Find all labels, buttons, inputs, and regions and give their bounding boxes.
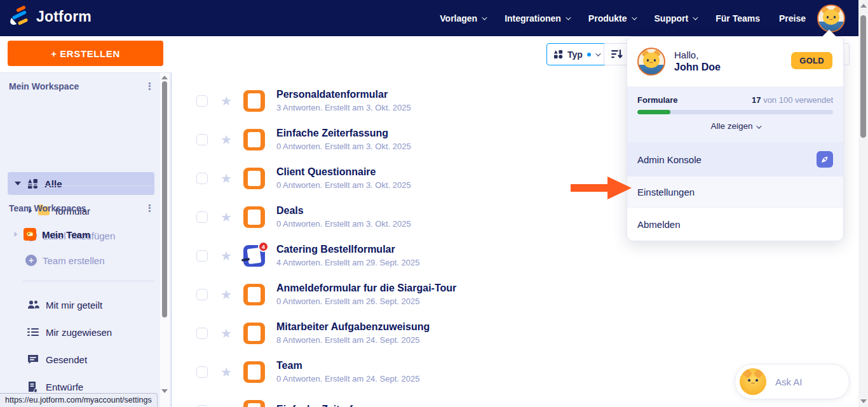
notification-badge: 4 bbox=[258, 241, 269, 252]
brand-name: Jotform bbox=[36, 8, 92, 25]
filter-active-dot bbox=[587, 53, 591, 57]
form-icon bbox=[243, 90, 265, 112]
type-filter-button[interactable]: Typ bbox=[546, 43, 606, 65]
caret-down-icon bbox=[15, 182, 21, 185]
sent-chat-icon bbox=[27, 354, 39, 364]
sort-button[interactable] bbox=[604, 43, 630, 65]
create-button[interactable]: + ERSTELLEN bbox=[8, 41, 163, 66]
sidebar-item-mein-team[interactable]: Mein Team bbox=[14, 224, 90, 245]
kebab-menu-icon[interactable]: ⋮ bbox=[145, 82, 154, 91]
pointer-arrow bbox=[571, 175, 632, 201]
form-title: Anmeldeformular fur die Siargai-Tour bbox=[276, 283, 456, 294]
form-row[interactable]: ★ 4 Catering Bestellformular4 Antworten.… bbox=[196, 236, 858, 275]
kebab-menu-icon[interactable]: ⋮ bbox=[145, 204, 154, 213]
star-icon[interactable]: ★ bbox=[219, 211, 233, 224]
form-title: Einfache Zeiterfassung bbox=[276, 404, 388, 407]
sidebar-item-label: Mit mir geteilt bbox=[46, 300, 102, 310]
star-icon[interactable]: ★ bbox=[219, 327, 233, 340]
nav-item-preise[interactable]: Preise bbox=[779, 13, 806, 23]
sidebar-item-label: Entwürfe bbox=[46, 382, 83, 392]
nav-links: Vorlagen Integrationen Produkte Support … bbox=[440, 0, 806, 36]
chevron-down-icon bbox=[756, 123, 761, 128]
sidebar-item-mir-zugewiesen[interactable]: Mir zugewiesen bbox=[27, 323, 112, 341]
create-team-text: Team erstellen bbox=[43, 255, 105, 266]
chevron-down-icon bbox=[595, 51, 600, 56]
page-scroll-thumb[interactable] bbox=[860, 15, 866, 138]
drafts-icon bbox=[27, 382, 39, 392]
sidebar-item-label: Gesendet bbox=[46, 354, 87, 365]
chevron-down-icon bbox=[566, 15, 571, 20]
star-icon[interactable]: ★ bbox=[219, 250, 233, 262]
scroll-down-icon[interactable] bbox=[860, 399, 867, 403]
sidebar-item-gesendet[interactable]: Gesendet bbox=[27, 350, 87, 368]
scroll-up-icon[interactable] bbox=[161, 76, 168, 79]
user-avatar[interactable] bbox=[817, 4, 845, 32]
jotform-logo[interactable]: Jotform bbox=[9, 6, 92, 27]
ask-ai-button[interactable]: Ask AI bbox=[735, 364, 850, 399]
page-scrollbar[interactable] bbox=[858, 0, 868, 407]
star-icon[interactable]: ★ bbox=[219, 95, 233, 107]
form-meta: 0 Antworten. Erstellt am 3. Okt. 2025 bbox=[276, 180, 411, 190]
menu-item-admin-konsole[interactable]: Admin Konsole bbox=[627, 142, 843, 177]
form-title: Client Questionnaire bbox=[276, 166, 411, 178]
form-row[interactable]: ★ Anmeldeformular fur die Siargai-Tour0 … bbox=[196, 275, 858, 314]
sidebar-item-mit-mir-geteilt[interactable]: Mit mir geteilt bbox=[27, 296, 102, 314]
form-meta: 8 Antworten. Erstellt am 24. Sept. 2025 bbox=[276, 335, 430, 345]
usage-progress-bar bbox=[637, 110, 833, 114]
form-icon bbox=[243, 323, 265, 344]
show-all-button[interactable]: Alle zeigen bbox=[637, 114, 833, 136]
scroll-up-icon[interactable] bbox=[860, 4, 867, 8]
form-icon-with-badge: 4 bbox=[243, 245, 265, 267]
scroll-down-icon[interactable] bbox=[161, 389, 168, 393]
nav-item-support[interactable]: Support bbox=[654, 13, 697, 23]
form-title: Deals bbox=[276, 205, 411, 217]
chevron-down-icon bbox=[482, 15, 487, 20]
row-checkbox[interactable] bbox=[196, 211, 208, 223]
star-icon[interactable]: ★ bbox=[219, 404, 233, 407]
menu-item-einstellungen[interactable]: Einstellungen bbox=[627, 177, 843, 208]
greeting-text: Hallo, bbox=[674, 50, 698, 60]
menu-item-abmelden[interactable]: Abmelden bbox=[627, 208, 843, 241]
star-icon[interactable]: ★ bbox=[219, 366, 233, 378]
ai-cat-avatar bbox=[740, 368, 766, 395]
jotform-logo-icon bbox=[9, 6, 31, 27]
sidebar-scroll-thumb[interactable] bbox=[162, 81, 167, 317]
star-icon[interactable]: ★ bbox=[219, 172, 233, 185]
form-title: Mitarbeiter Aufgabenzuweisung bbox=[276, 321, 430, 333]
row-checkbox[interactable] bbox=[196, 95, 208, 107]
form-icon bbox=[243, 129, 265, 150]
ask-ai-label: Ask AI bbox=[775, 377, 803, 387]
cat-face bbox=[823, 10, 839, 25]
caret-right-icon bbox=[15, 232, 18, 237]
form-meta: 0 Antworten. Erstellt am 3. Okt. 2025 bbox=[276, 219, 411, 229]
nav-item-vorlagen[interactable]: Vorlagen bbox=[440, 13, 485, 23]
sidebar-scrollbar[interactable] bbox=[160, 73, 170, 407]
row-checkbox[interactable] bbox=[196, 134, 208, 145]
form-title: Einfache Zeiterfassung bbox=[276, 128, 411, 139]
nav-item-produkte[interactable]: Produkte bbox=[588, 13, 635, 23]
star-icon[interactable]: ★ bbox=[219, 133, 233, 146]
usage-count: 17 von 100 verwendet bbox=[752, 95, 833, 105]
plan-badge[interactable]: GOLD bbox=[791, 52, 832, 69]
create-team-button[interactable]: + Team erstellen bbox=[25, 251, 105, 269]
row-checkbox[interactable] bbox=[196, 366, 208, 378]
star-icon[interactable]: ★ bbox=[219, 288, 233, 301]
row-checkbox[interactable] bbox=[196, 173, 208, 184]
sidebar-item-alle[interactable]: Alle bbox=[8, 172, 154, 195]
sidebar-item-label: Mir zugewiesen bbox=[46, 327, 112, 338]
sort-icon bbox=[611, 49, 623, 60]
my-workspace-title: Mein Workspace bbox=[9, 81, 79, 91]
form-row[interactable]: ★ Mitarbeiter Aufgabenzuweisung8 Antwort… bbox=[196, 314, 858, 352]
shared-people-icon bbox=[27, 300, 39, 310]
nav-item-fuer-teams[interactable]: Für Teams bbox=[715, 13, 760, 23]
row-checkbox[interactable] bbox=[196, 328, 208, 339]
form-icon bbox=[243, 284, 265, 305]
browser-status-bar: https://eu.jotform.com/myaccount/setting… bbox=[0, 393, 158, 407]
nav-item-integrationen[interactable]: Integrationen bbox=[505, 13, 569, 23]
chevron-down-icon bbox=[693, 15, 698, 20]
row-checkbox[interactable] bbox=[196, 250, 208, 262]
row-checkbox[interactable] bbox=[196, 289, 208, 300]
row-checkbox[interactable] bbox=[196, 405, 208, 407]
form-meta: 0 Antworten. Erstellt am 26. Sept. 2025 bbox=[276, 297, 456, 306]
usage-progress-fill bbox=[637, 110, 670, 114]
